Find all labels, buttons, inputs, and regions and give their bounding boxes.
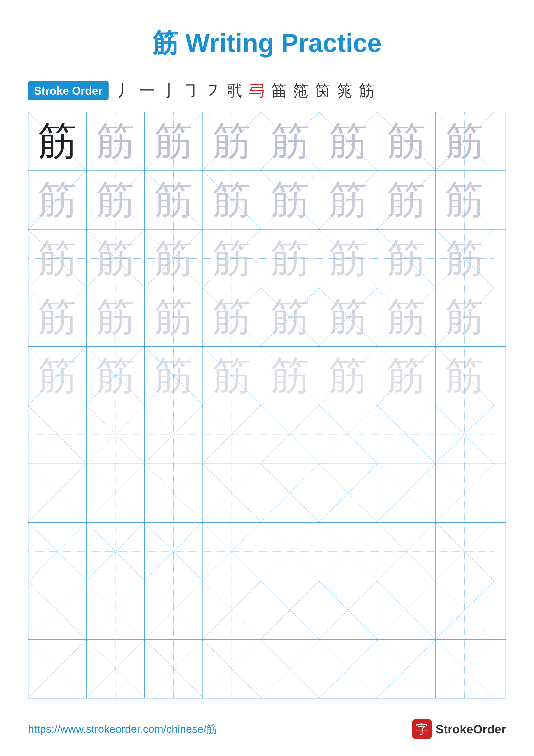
writing-grid: 筋 筋 筋 筋 筋 筋 筋 筋 [28, 112, 506, 698]
cell-5-2[interactable]: 筋 [87, 347, 145, 405]
cell-9-4[interactable] [203, 581, 261, 639]
cell-10-7[interactable] [377, 640, 436, 698]
page-title: 筋 Writing Practice [0, 0, 534, 74]
svg-line-151 [203, 640, 261, 698]
cell-3-2[interactable]: 筋 [87, 230, 145, 288]
cell-1-3[interactable]: 筋 [145, 112, 203, 171]
grid-row-6 [28, 405, 506, 464]
svg-line-91 [319, 405, 377, 463]
cell-6-8[interactable] [436, 405, 494, 464]
cell-7-1[interactable] [28, 464, 87, 522]
cell-8-7[interactable] [377, 523, 436, 581]
cell-2-5[interactable]: 筋 [261, 171, 319, 229]
cell-4-4[interactable]: 筋 [203, 288, 261, 346]
cell-8-5[interactable] [261, 523, 319, 581]
cell-3-5[interactable]: 筋 [261, 230, 319, 288]
cell-2-8[interactable]: 筋 [436, 171, 494, 229]
cell-4-5[interactable]: 筋 [261, 288, 319, 346]
cell-6-2[interactable] [87, 405, 145, 464]
footer-url[interactable]: https://www.strokeorder.com/chinese/筋 [28, 722, 217, 736]
cell-1-2[interactable]: 筋 [87, 112, 145, 171]
cell-9-2[interactable] [87, 581, 145, 639]
cell-5-4[interactable]: 筋 [203, 347, 261, 405]
cell-8-2[interactable] [87, 523, 145, 581]
svg-line-100 [145, 464, 202, 522]
cell-9-8[interactable] [436, 581, 494, 639]
cell-5-8[interactable]: 筋 [436, 347, 494, 405]
svg-line-136 [261, 581, 319, 639]
grid-row-1: 筋 筋 筋 筋 筋 筋 筋 筋 [28, 112, 506, 171]
cell-7-8[interactable] [436, 464, 494, 522]
svg-line-116 [145, 523, 202, 580]
cell-5-6[interactable]: 筋 [319, 347, 377, 405]
cell-5-5[interactable]: 筋 [261, 347, 319, 405]
cell-2-6[interactable]: 筋 [319, 171, 377, 229]
stroke-9: 筂 [293, 80, 309, 101]
cell-7-4[interactable] [203, 464, 261, 522]
cell-4-2[interactable]: 筋 [87, 288, 145, 346]
char-light: 筋 [38, 298, 77, 337]
cell-6-1[interactable] [28, 405, 87, 464]
cell-4-1[interactable]: 筋 [28, 288, 87, 346]
cell-4-3[interactable]: 筋 [145, 288, 203, 346]
cell-1-4[interactable]: 筋 [203, 112, 261, 171]
cell-10-2[interactable] [87, 640, 145, 698]
svg-line-81 [28, 405, 86, 463]
cell-6-7[interactable] [377, 405, 436, 464]
svg-line-144 [28, 640, 86, 698]
cell-1-6[interactable]: 筋 [319, 112, 377, 171]
cell-1-5[interactable]: 筋 [261, 112, 319, 171]
cell-9-7[interactable] [377, 581, 436, 639]
cell-1-8[interactable]: 筋 [436, 112, 494, 171]
cell-4-8[interactable]: 筋 [436, 288, 494, 346]
cell-3-3[interactable]: 筋 [145, 230, 203, 288]
cell-7-2[interactable] [87, 464, 145, 522]
svg-line-155 [319, 640, 377, 698]
cell-9-1[interactable] [28, 581, 87, 639]
cell-9-5[interactable] [261, 581, 319, 639]
cell-8-4[interactable] [203, 523, 261, 581]
cell-3-6[interactable]: 筋 [319, 230, 377, 288]
cell-5-3[interactable]: 筋 [145, 347, 203, 405]
cell-1-7[interactable]: 筋 [377, 112, 436, 171]
cell-8-1[interactable] [28, 523, 87, 581]
cell-9-3[interactable] [145, 581, 203, 639]
char-light: 筋 [270, 357, 309, 395]
title-chinese: 筋 [152, 28, 178, 57]
cell-4-7[interactable]: 筋 [377, 288, 436, 346]
cell-6-5[interactable] [261, 405, 319, 464]
cell-8-3[interactable] [145, 523, 203, 581]
stroke-1: 丿 [117, 80, 133, 101]
cell-9-6[interactable] [319, 581, 377, 639]
cell-10-5[interactable] [261, 640, 319, 698]
cell-3-7[interactable]: 筋 [377, 230, 436, 288]
cell-2-1[interactable]: 筋 [28, 171, 87, 229]
cell-10-1[interactable] [28, 640, 87, 698]
cell-3-8[interactable]: 筋 [436, 230, 494, 288]
cell-5-1[interactable]: 筋 [28, 347, 87, 405]
cell-2-2[interactable]: 筋 [87, 171, 145, 229]
cell-10-8[interactable] [436, 640, 494, 698]
cell-1-1[interactable]: 筋 [28, 112, 87, 171]
cell-6-3[interactable] [145, 405, 203, 464]
cell-7-6[interactable] [319, 464, 377, 522]
cell-6-6[interactable] [319, 405, 377, 464]
cell-7-5[interactable] [261, 464, 319, 522]
cell-8-6[interactable] [319, 523, 377, 581]
cell-2-3[interactable]: 筋 [145, 171, 203, 229]
stroke-10: 筃 [315, 80, 330, 101]
cell-5-7[interactable]: 筋 [377, 347, 436, 405]
cell-7-7[interactable] [377, 464, 436, 522]
cell-8-8[interactable] [436, 523, 494, 581]
cell-2-7[interactable]: 筋 [377, 171, 436, 229]
cell-10-6[interactable] [319, 640, 377, 698]
cell-3-1[interactable]: 筋 [28, 230, 87, 288]
cell-2-4[interactable]: 筋 [203, 171, 261, 229]
svg-line-125 [377, 523, 435, 580]
cell-7-3[interactable] [145, 464, 203, 522]
cell-6-4[interactable] [203, 405, 261, 464]
cell-10-4[interactable] [203, 640, 261, 698]
cell-4-6[interactable]: 筋 [319, 288, 377, 346]
cell-10-3[interactable] [145, 640, 203, 698]
cell-3-4[interactable]: 筋 [203, 230, 261, 288]
